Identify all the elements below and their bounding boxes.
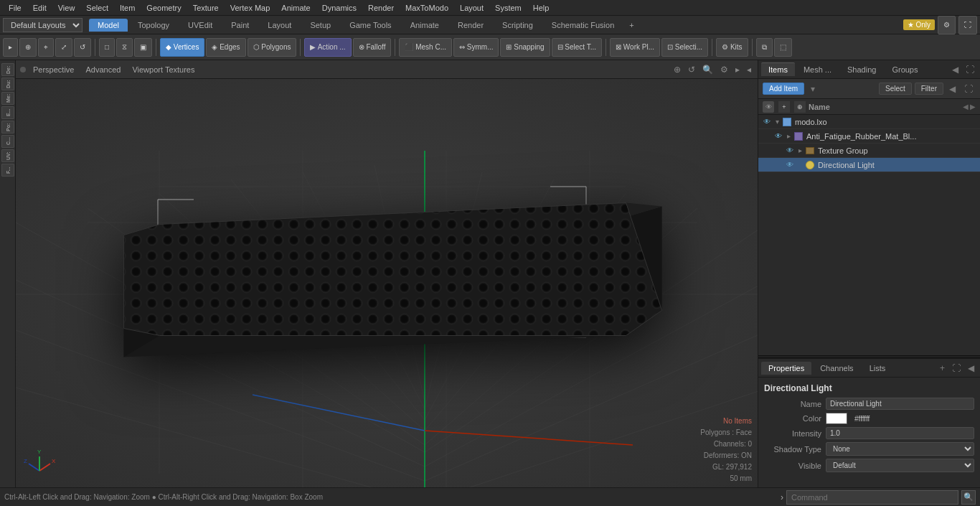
select-t-btn[interactable]: ⊟ Select T... <box>552 38 603 57</box>
command-search-btn[interactable]: 🔍 <box>961 490 976 505</box>
command-input[interactable] <box>786 490 958 505</box>
select-rect-btn[interactable]: □ <box>99 38 115 57</box>
sidebar-tool-du[interactable]: Du: <box>1 78 14 90</box>
sidebar-tool-c[interactable]: C... <box>1 135 14 148</box>
prop-input-intensity[interactable] <box>826 427 974 439</box>
menu-geometry[interactable]: Geometry <box>141 2 187 14</box>
tree-row-texgroup[interactable]: 👁 ▸ Texture Group <box>758 144 980 158</box>
layout-tab-scripting[interactable]: Scripting <box>494 19 542 32</box>
link-icon-header[interactable]: ⊕ <box>794 101 806 113</box>
polygons-btn[interactable]: ⬡ Polygons <box>248 38 297 57</box>
prop-expand-btn[interactable]: ⛶ <box>949 362 963 375</box>
sidebar-tool-e[interactable]: E... <box>1 106 14 119</box>
select-paint-btn[interactable]: ▣ <box>134 38 152 57</box>
vertices-btn[interactable]: ◆ Vertices <box>160 38 204 57</box>
transform-rotate-btn[interactable]: ↺ <box>74 38 91 57</box>
transform-pivot-btn[interactable]: ⌖ <box>38 38 54 57</box>
action-btn[interactable]: ▶ Action ... <box>304 38 351 57</box>
expand-dirlight[interactable] <box>796 161 804 169</box>
layout-vr-btn[interactable]: ⬚ <box>774 38 792 57</box>
menu-item[interactable]: Item <box>114 2 141 14</box>
menu-layout[interactable]: Layout <box>454 2 489 14</box>
layout-tab-schematic[interactable]: Schematic Fusion <box>543 19 623 32</box>
viewport-label-perspective[interactable]: Perspective <box>29 64 78 75</box>
work-pl-btn[interactable]: ⊠ Work Pl... <box>610 38 660 57</box>
vis-icon-texgroup[interactable]: 👁 <box>784 145 796 156</box>
layout-tab-model[interactable]: Model <box>89 19 128 32</box>
panel-collapse-left[interactable]: ◀ <box>949 63 961 76</box>
viewport-reset-btn[interactable]: ↺ <box>686 64 697 75</box>
menu-animate[interactable]: Animate <box>275 2 316 14</box>
prop-color-swatch[interactable] <box>826 413 847 424</box>
tree-row-root[interactable]: 👁 ▾ modo.lxo <box>758 115 980 129</box>
vis-icon-mat[interactable]: 👁 <box>773 131 784 142</box>
viewport-prev-btn[interactable]: ◂ <box>745 64 753 75</box>
tab-mesh[interactable]: Mesh ... <box>796 63 839 76</box>
filter-btn[interactable]: Filter <box>915 83 943 95</box>
tree-row-mat[interactable]: 👁 ▸ Anti_Fatigue_Rubber_Mat_Bl... <box>758 129 980 144</box>
layout-tab-render[interactable]: Render <box>449 19 492 32</box>
transform-select-btn[interactable]: ▸ <box>3 38 18 57</box>
prop-tab-lists[interactable]: Lists <box>862 362 893 375</box>
layout-tab-topology[interactable]: Topology <box>129 19 178 32</box>
sidebar-tool-uv[interactable]: UV: <box>1 149 14 162</box>
prop-select-shadow[interactable]: None Shadow Map Ray Trace <box>826 442 974 456</box>
select-lasso-btn[interactable]: ⧖ <box>116 38 133 57</box>
items-collapse-btn[interactable]: ◀ <box>946 83 958 95</box>
viewport-label-textures[interactable]: Viewport Textures <box>128 64 199 75</box>
mesh-c-btn[interactable]: ⬛ Mesh C... <box>399 38 452 57</box>
tab-items[interactable]: Items <box>761 62 795 76</box>
menu-view[interactable]: View <box>52 2 81 14</box>
menu-vertex-map[interactable]: Vertex Map <box>225 2 276 14</box>
layout-tab-setup[interactable]: Setup <box>301 19 339 32</box>
layout-fullscreen-btn[interactable]: ⛶ <box>958 16 977 34</box>
layout-tab-animate[interactable]: Animate <box>402 19 448 32</box>
prop-collapse-btn[interactable]: ◀ <box>965 362 977 375</box>
visibility-toggle-header[interactable]: 👁 <box>763 101 774 113</box>
symm-btn[interactable]: ⇔ Symm... <box>453 38 499 57</box>
panel-expand[interactable]: ⛶ <box>963 63 977 76</box>
sidebar-tool-me[interactable]: Me: <box>1 92 14 105</box>
layout-settings-btn[interactable]: ⚙ <box>938 16 956 34</box>
tab-shading[interactable]: Shading <box>840 63 883 76</box>
transform-scale-btn[interactable]: ⤢ <box>55 38 72 57</box>
menu-edit[interactable]: Edit <box>27 2 52 14</box>
lock-icon-header[interactable]: + <box>778 101 790 113</box>
col-ctrl-right[interactable]: ▶ <box>970 103 976 111</box>
layout-tab-game-tools[interactable]: Game Tools <box>341 19 400 32</box>
sidebar-tool-f[interactable]: F... <box>1 164 14 177</box>
prop-tab-properties[interactable]: Properties <box>761 362 811 375</box>
prop-input-name[interactable] <box>826 398 974 410</box>
vis-icon-dirlight[interactable]: 👁 <box>784 159 796 171</box>
expand-mat[interactable]: ▸ <box>784 132 793 140</box>
menu-texture[interactable]: Texture <box>187 2 225 14</box>
items-expand-btn[interactable]: ⛶ <box>961 83 976 95</box>
menu-dynamics[interactable]: Dynamics <box>316 2 362 14</box>
kits-btn[interactable]: ⚙ Kits <box>716 38 748 57</box>
viewport-next-btn[interactable]: ▸ <box>733 64 742 75</box>
sidebar-tool-po[interactable]: Po: <box>1 121 14 133</box>
prop-tab-channels[interactable]: Channels <box>813 362 860 375</box>
menu-select[interactable]: Select <box>80 2 114 14</box>
menu-maxtomodo[interactable]: MaxToModo <box>400 2 454 14</box>
prop-select-visible[interactable]: Default On Off <box>826 459 974 472</box>
select-btn[interactable]: Select <box>879 83 912 95</box>
snapping-btn[interactable]: ⊞ Snapping <box>500 38 550 57</box>
tree-row-dirlight[interactable]: 👁 Directional Light <box>758 158 980 172</box>
viewport-search-btn[interactable]: 🔍 <box>700 64 715 75</box>
layout-tab-add[interactable]: + <box>623 19 639 32</box>
layout-dropdown[interactable]: Default Layouts <box>3 18 83 32</box>
sidebar-tool-de[interactable]: De: <box>1 63 14 76</box>
layout-3d-btn[interactable]: ⧉ <box>756 38 773 57</box>
vis-icon-root[interactable]: 👁 <box>761 116 773 128</box>
layout-tab-paint[interactable]: Paint <box>222 19 258 32</box>
edges-btn[interactable]: ◈ Edges <box>206 38 245 57</box>
layout-tab-layout[interactable]: Layout <box>259 19 300 32</box>
menu-help[interactable]: Help <box>527 2 555 14</box>
add-item-arrow[interactable]: ▾ <box>807 83 819 95</box>
layout-tab-uvedit[interactable]: UVEdit <box>179 19 221 32</box>
viewport-label-advanced[interactable]: Advanced <box>81 64 125 75</box>
viewport-fit-btn[interactable]: ⊕ <box>672 64 683 75</box>
falloff-btn[interactable]: ⊗ Falloff <box>353 38 392 57</box>
menu-file[interactable]: File <box>3 2 27 14</box>
